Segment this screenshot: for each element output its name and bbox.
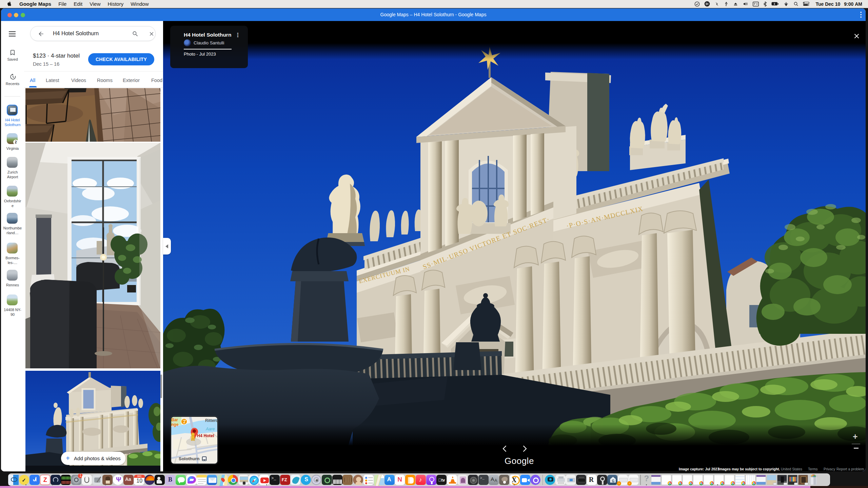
svg-text:Bar: Bar	[171, 418, 178, 422]
svg-text:Aare: Aare	[205, 427, 215, 431]
svg-text:Solothurn: Solothurn	[179, 456, 199, 461]
svg-text:H4 Hotel: H4 Hotel	[197, 433, 214, 438]
svg-text:nge: nge	[171, 422, 179, 427]
svg-text:Ritterq: Ritterq	[205, 418, 217, 423]
